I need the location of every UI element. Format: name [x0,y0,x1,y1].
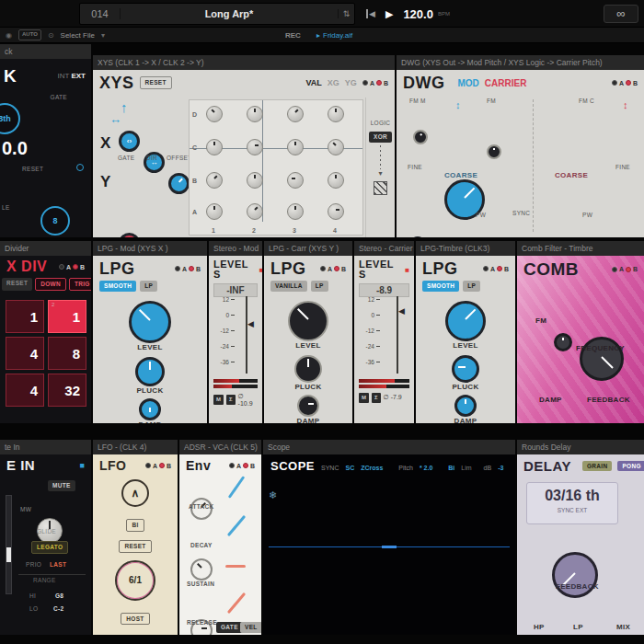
xys-tab-yg[interactable]: YG [345,78,357,87]
lpg-timbre-mode-button[interactable]: SMOOTH [422,281,459,292]
dwg-ab-voices[interactable]: AB [612,80,638,86]
lfo-bi-button[interactable]: BI [126,519,144,532]
xys-grid-knob[interactable] [206,172,223,189]
scope-lim-button[interactable]: Lim [461,465,471,471]
lfo-reset-button[interactable]: RESET [119,540,151,553]
stereo-carrier-gain-value[interactable]: -8.9 [359,283,409,297]
fader-handle[interactable]: ◀ [247,320,254,328]
lpg-carr-damp-knob[interactable] [297,395,319,417]
xys-tab-val[interactable]: VAL [306,78,322,87]
note-in-hi-value[interactable]: G8 [55,592,63,599]
comb-ab-voices[interactable]: AB [612,266,638,272]
fader-handle[interactable]: ◀ [398,307,405,316]
lpg-timbre-filter-button[interactable]: LP [463,281,480,292]
divider-cell[interactable]: 32 [48,374,86,407]
scope-sc-button[interactable]: SC [345,465,354,471]
scope-db-value[interactable]: -3 [498,465,503,471]
voice-a-dot[interactable] [612,80,617,86]
rewind-icon[interactable]: ◀ [366,9,375,18]
clock-ext-tab[interactable]: EXT [71,72,86,80]
divider-cell-active[interactable]: 21 [48,300,86,333]
clock-bpm-display[interactable]: 0.0 [2,138,28,159]
lpg-carr-ab-voices[interactable]: AB [320,266,346,272]
note-in-lo-value[interactable]: C-2 [53,605,63,612]
divider-trig-button[interactable]: TRIG [69,278,91,291]
preset-stepper-icon[interactable]: ⇅ [338,9,354,18]
xys-grid-knob[interactable] [328,203,344,220]
env-ab-voices[interactable]: AB [229,463,255,469]
xys-grid-knob[interactable] [287,172,304,189]
mono-button[interactable]: M [359,393,369,403]
lpg-carr-filter-button[interactable]: LP [311,281,328,292]
logic-hatch-icon[interactable] [374,181,387,195]
power-icon[interactable]: ◉ [6,31,12,40]
voice-a-dot[interactable] [59,264,64,270]
scope-bi-button[interactable]: Bi [448,465,454,471]
lpg-carr-level-knob[interactable] [288,301,328,341]
clock-power-icon[interactable] [76,164,84,171]
voice-b-dot[interactable] [376,80,382,86]
note-in-mute-button[interactable]: MUTE [48,480,75,491]
lpg-mod-filter-button[interactable]: LP [140,281,157,292]
divider-reset-button[interactable]: RESET [2,278,32,291]
env-gate-button[interactable]: GATE [216,622,243,633]
delay-time-display[interactable]: 03/16 th SYNC EXT [526,482,618,524]
voice-a-dot[interactable] [483,266,489,271]
lpg-mod-damp-knob[interactable] [139,398,161,420]
note-in-legato-toggle[interactable]: LEGATO [31,541,68,554]
lpg-mod-pluck-knob[interactable] [135,357,165,386]
bpm-value[interactable]: 120.0 [403,7,433,21]
scope-pitch-value[interactable]: * 2.0 [420,465,432,471]
voice-a-dot[interactable] [612,267,617,272]
delay-sync-mode[interactable]: SYNC EXT [527,507,617,513]
xys-grid-knob[interactable] [206,106,223,122]
xys-reset-button[interactable]: RESET [140,76,172,89]
xys-y-gate-knob[interactable]: ‹› [119,233,140,237]
xys-grid-knob[interactable] [287,203,304,220]
divider-cell[interactable]: 1 [6,300,44,333]
clock-reset-knob[interactable]: 8 [40,206,70,236]
clock-gate-knob[interactable]: 8th [0,103,20,134]
dwg-tab-carrier[interactable]: CARRIER [485,78,527,88]
delay-grain-button[interactable]: GRAIN [582,461,612,472]
voice-a-dot[interactable] [229,463,235,468]
divider-cell[interactable]: 4 [6,337,44,370]
voice-b-dot[interactable] [189,266,194,271]
rec-label[interactable]: REC [285,31,301,40]
voice-a-dot[interactable] [145,463,151,468]
delay-feedback-knob[interactable] [552,552,598,598]
note-in-active-icon[interactable]: ■ [80,461,85,470]
xys-grid-knob[interactable] [247,139,263,155]
xys-ab-voices[interactable]: AB [362,80,388,86]
lpg-carr-pluck-knob[interactable] [294,355,322,383]
freeze-snowflake-icon[interactable]: ❄ [269,489,277,501]
divider-cell[interactable]: 8 [48,337,86,370]
play-icon[interactable]: ▶ [385,8,393,20]
xys-grid-knob[interactable] [206,203,223,220]
lpg-timbre-ab-voices[interactable]: AB [483,266,509,272]
xys-grid-knob[interactable] [328,139,344,155]
dwg-fm-m-knob[interactable] [413,130,428,144]
lpg-timbre-level-knob[interactable] [445,301,486,341]
auto-toggle[interactable]: AUTO [18,29,41,40]
voice-a-dot[interactable] [320,266,326,271]
select-file-button[interactable]: Select File [61,31,95,40]
divider-ab-voices[interactable]: AB [59,264,85,270]
voice-b-dot[interactable] [73,264,78,270]
divider-cell[interactable]: 4 [6,374,44,407]
lpg-carr-mode-button[interactable]: VANILLA [270,281,307,292]
dwg-fm-knob[interactable] [487,144,501,159]
voice-b-dot[interactable] [243,463,248,468]
lfo-host-button[interactable]: HOST [121,613,149,626]
fader-track[interactable] [246,296,247,374]
loaded-file[interactable]: ▸ Friday.aif [316,31,352,40]
xys-grid-knob[interactable] [206,139,223,155]
delay-pong-button[interactable]: PONG [617,461,644,472]
lpg-timbre-damp-knob[interactable] [454,395,477,417]
voice-b-dot[interactable] [334,266,339,271]
logic-mode-button[interactable]: XOR [369,132,392,143]
xys-grid-knob[interactable] [287,106,304,122]
voice-b-dot[interactable] [159,463,165,468]
voice-b-dot[interactable] [626,267,631,272]
caret-down-icon[interactable]: ▾ [101,31,105,40]
